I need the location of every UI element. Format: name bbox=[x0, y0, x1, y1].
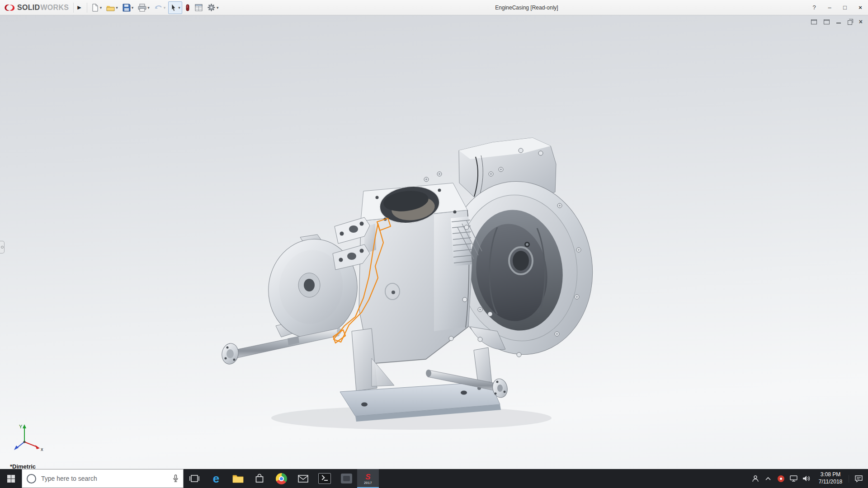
options-button[interactable]: ▾ bbox=[205, 1, 221, 14]
solidworks-taskbar-button[interactable]: S 2017 bbox=[357, 469, 379, 488]
dropdown-icon[interactable]: ▾ bbox=[100, 5, 102, 10]
document-title: EngineCasing [Read-only] bbox=[461, 5, 592, 11]
undo-icon bbox=[154, 4, 163, 12]
help-button[interactable]: ? bbox=[807, 4, 822, 11]
action-center-button[interactable] bbox=[849, 475, 868, 483]
dropdown-icon[interactable]: ▾ bbox=[116, 5, 118, 10]
network-button[interactable] bbox=[787, 469, 800, 488]
menu-flyout-arrow-icon[interactable]: ▶ bbox=[75, 5, 85, 10]
minimize-button[interactable]: – bbox=[822, 0, 837, 15]
red-status-icon bbox=[778, 475, 784, 482]
system-tray: 3:08 PM 7/11/2018 bbox=[749, 469, 868, 488]
terminal-icon bbox=[318, 473, 331, 484]
store-button[interactable] bbox=[249, 469, 270, 488]
microphone-icon[interactable] bbox=[173, 474, 179, 483]
new-document-button[interactable]: ▾ bbox=[89, 1, 104, 14]
people-icon bbox=[751, 475, 760, 482]
macro-button[interactable] bbox=[183, 1, 192, 14]
ds-logo-icon bbox=[4, 4, 15, 12]
file-explorer-icon bbox=[232, 474, 244, 483]
titlebar: SOLIDWORKS ▶ ▾ ▾ ▾ bbox=[0, 0, 868, 15]
security-status-button[interactable] bbox=[774, 469, 787, 488]
edge-button[interactable]: e bbox=[205, 469, 227, 488]
windows-logo-icon bbox=[7, 475, 15, 483]
triad-y-label: Y bbox=[19, 424, 23, 429]
volume-icon bbox=[802, 475, 811, 482]
triad-x-label: x bbox=[41, 446, 43, 452]
print-button[interactable]: ▾ bbox=[136, 1, 151, 14]
people-button[interactable] bbox=[749, 469, 762, 488]
search-input[interactable] bbox=[40, 474, 169, 483]
view-orientation-label: *Dimetric bbox=[10, 463, 36, 469]
mail-envelope-icon bbox=[298, 475, 308, 483]
window-pane-icon[interactable] bbox=[811, 19, 817, 24]
window-pane-icon[interactable] bbox=[824, 19, 830, 24]
separator bbox=[73, 3, 74, 13]
document-minimize-icon[interactable] bbox=[836, 23, 841, 23]
dropdown-icon[interactable]: ▾ bbox=[217, 5, 219, 10]
dropdown-icon[interactable]: ▾ bbox=[178, 5, 180, 10]
select-tool-button[interactable]: ▾ bbox=[168, 1, 182, 14]
utility-app-icon bbox=[341, 474, 352, 483]
terminal-button[interactable] bbox=[314, 469, 335, 488]
macro-capsule-icon bbox=[185, 4, 190, 12]
show-hidden-icons-button[interactable] bbox=[762, 469, 774, 488]
solidworks-2017-icon: S 2017 bbox=[364, 473, 372, 484]
select-cursor-icon bbox=[170, 4, 177, 12]
maximize-button[interactable]: □ bbox=[837, 0, 853, 15]
file-explorer-button[interactable] bbox=[227, 469, 249, 488]
chrome-icon bbox=[276, 473, 287, 484]
properties-table-icon bbox=[195, 4, 203, 12]
print-icon bbox=[138, 4, 146, 12]
chevron-up-icon bbox=[765, 477, 771, 481]
chrome-button[interactable] bbox=[270, 469, 292, 488]
engine-casing-model[interactable] bbox=[0, 15, 868, 469]
save-button[interactable]: ▾ bbox=[121, 1, 136, 14]
mail-button[interactable] bbox=[292, 469, 314, 488]
solidworks-year-glyph: 2017 bbox=[364, 481, 372, 484]
cortana-icon bbox=[27, 474, 36, 483]
graphics-area[interactable]: × bbox=[0, 15, 868, 469]
notification-icon bbox=[854, 475, 863, 483]
volume-button[interactable] bbox=[800, 469, 812, 488]
taskbar-clock[interactable]: 3:08 PM 7/11/2018 bbox=[812, 471, 849, 485]
options-gear-icon bbox=[207, 3, 216, 12]
document-close-icon[interactable]: × bbox=[859, 19, 863, 25]
task-view-icon bbox=[189, 474, 200, 483]
undo-button[interactable]: ▾ bbox=[152, 1, 168, 14]
new-document-icon bbox=[91, 4, 99, 12]
solidworks-s-glyph: S bbox=[365, 473, 370, 481]
brand-solid: SOLID bbox=[17, 4, 40, 12]
clock-date: 7/11/2018 bbox=[812, 479, 849, 486]
open-folder-icon bbox=[106, 4, 115, 12]
network-icon bbox=[789, 475, 798, 482]
save-icon bbox=[123, 4, 131, 12]
document-window-controls: × bbox=[811, 19, 863, 25]
task-view-button[interactable] bbox=[184, 469, 205, 488]
start-button[interactable] bbox=[0, 469, 22, 488]
store-bag-icon bbox=[255, 474, 264, 483]
properties-button[interactable] bbox=[193, 1, 204, 14]
dropdown-icon[interactable]: ▾ bbox=[164, 5, 166, 10]
windows-taskbar: e S 2017 bbox=[0, 469, 868, 488]
dropdown-icon[interactable]: ▾ bbox=[147, 5, 150, 10]
orientation-triad: Y x bbox=[10, 422, 45, 455]
standard-toolbar: ▾ ▾ ▾ ▾ bbox=[89, 1, 221, 14]
open-button[interactable]: ▾ bbox=[104, 1, 120, 14]
separator bbox=[87, 3, 87, 13]
close-button[interactable]: × bbox=[853, 0, 868, 15]
taskbar-search[interactable] bbox=[22, 469, 184, 488]
document-restore-icon[interactable] bbox=[848, 20, 852, 25]
edge-icon: e bbox=[213, 473, 219, 484]
brand-works: WORKS bbox=[40, 4, 69, 12]
clock-time: 3:08 PM bbox=[812, 471, 849, 479]
solidworks-logo: SOLIDWORKS bbox=[0, 4, 71, 12]
dropdown-icon[interactable]: ▾ bbox=[132, 5, 134, 10]
utility-app-button[interactable] bbox=[335, 469, 357, 488]
